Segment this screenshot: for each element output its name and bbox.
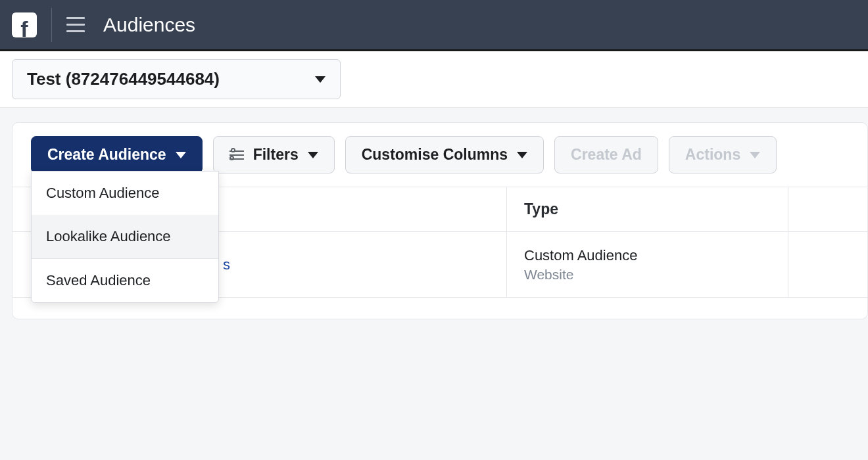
actions-label: Actions — [685, 146, 740, 164]
page-title: Audiences — [103, 14, 195, 36]
create-audience-area: Create Audience Custom Audience Lookalik… — [31, 136, 203, 173]
create-audience-button[interactable]: Create Audience — [31, 136, 203, 173]
create-ad-label: Create Ad — [571, 146, 642, 164]
facebook-logo-icon[interactable]: f — [12, 12, 37, 37]
customise-columns-button[interactable]: Customise Columns — [345, 136, 544, 173]
audiences-panel: Create Audience Custom Audience Lookalik… — [12, 122, 868, 319]
menu-item-custom-audience[interactable]: Custom Audience — [32, 172, 218, 215]
create-audience-label: Create Audience — [47, 146, 166, 164]
create-ad-button[interactable]: Create Ad — [554, 136, 658, 173]
hamburger-menu-icon[interactable] — [66, 17, 85, 32]
chevron-down-icon — [176, 152, 186, 158]
chevron-down-icon — [315, 76, 326, 83]
menu-item-saved-audience[interactable]: Saved Audience — [32, 259, 218, 302]
chevron-down-icon — [308, 152, 318, 158]
content-area: Create Audience Custom Audience Lookalik… — [0, 108, 868, 319]
top-bar: f Audiences — [0, 0, 868, 51]
menu-item-lookalike-audience[interactable]: Lookalike Audience — [32, 215, 218, 258]
type-value: Custom Audience — [524, 247, 771, 264]
chevron-down-icon — [750, 152, 760, 158]
filters-button[interactable]: Filters — [213, 136, 335, 173]
divider — [51, 8, 52, 42]
sliders-icon — [229, 149, 244, 161]
customise-columns-label: Customise Columns — [362, 146, 508, 164]
column-header-type[interactable]: Type — [507, 187, 788, 232]
chevron-down-icon — [517, 152, 527, 158]
cell-empty — [788, 232, 867, 298]
filters-label: Filters — [253, 146, 299, 164]
type-subvalue: Website — [524, 267, 771, 283]
account-bar: Test (872476449544684) — [0, 51, 868, 108]
column-header-empty — [788, 187, 867, 232]
toolbar: Create Audience Custom Audience Lookalik… — [12, 136, 867, 187]
account-selector[interactable]: Test (872476449544684) — [12, 59, 341, 99]
cell-type: Custom Audience Website — [507, 232, 788, 298]
account-label: Test (872476449544684) — [27, 69, 220, 89]
audience-name-link[interactable]: s — [223, 256, 489, 273]
actions-button[interactable]: Actions — [669, 136, 777, 173]
create-audience-menu: Custom Audience Lookalike Audience Saved… — [31, 171, 219, 303]
